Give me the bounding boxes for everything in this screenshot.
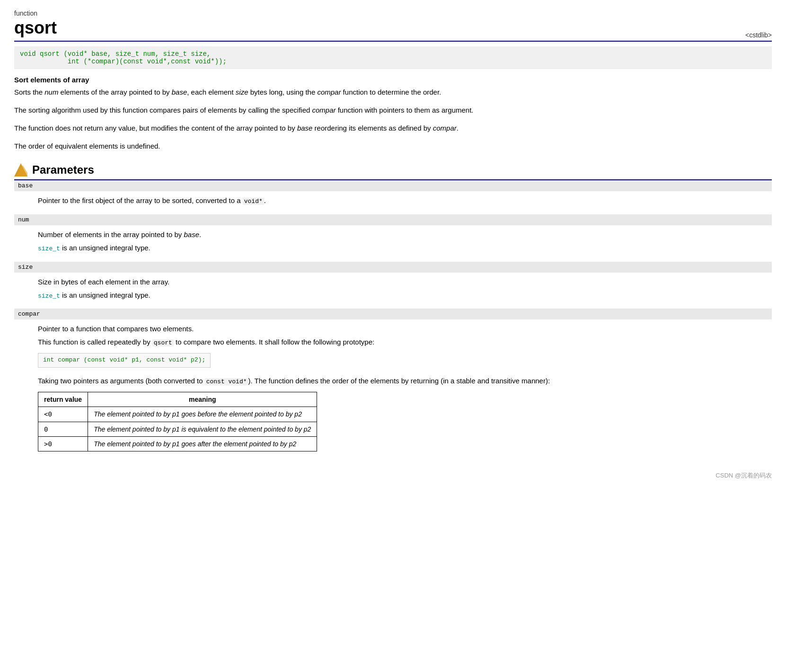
param-row-base-desc: Pointer to the first object of the array… xyxy=(14,191,772,214)
watermark: CSDN @沉着的码农 xyxy=(14,471,772,480)
return-value-lt: <0 xyxy=(38,407,88,422)
param-desc-num: Number of elements in the array pointed … xyxy=(14,225,772,262)
return-value-table: return value meaning <0 The element poin… xyxy=(38,392,317,452)
para-2: The sorting algorithm used by this funct… xyxy=(14,105,772,116)
param-name-size: size xyxy=(14,262,772,273)
return-value-eq: 0 xyxy=(38,422,88,436)
param-desc-size: Size in bytes of each element in the arr… xyxy=(14,273,772,309)
param-row-compar-name: compar xyxy=(14,309,772,319)
parameters-section-header: Parameters xyxy=(14,163,772,180)
return-table-row-lt: <0 The element pointed to by p1 goes bef… xyxy=(38,407,317,422)
parameters-title: Parameters xyxy=(32,163,94,177)
para-3: The function does not return any value, … xyxy=(14,123,772,134)
sort-subtitle: Sort elements of array xyxy=(14,76,772,84)
param-desc-compar: Pointer to a function that compares two … xyxy=(14,319,772,457)
function-signature: void qsort (void* base, size_t num, size… xyxy=(14,46,772,69)
param-row-num-desc: Number of elements in the array pointed … xyxy=(14,225,772,262)
parameters-table: base Pointer to the first object of the … xyxy=(14,180,772,457)
param-row-compar-desc: Pointer to a function that compares two … xyxy=(14,319,772,457)
return-meaning-gt: The element pointed to by p1 goes after … xyxy=(88,436,317,451)
cstdlib-label: <cstdlib> xyxy=(745,31,772,39)
param-name-compar: compar xyxy=(14,309,772,319)
return-value-gt: >0 xyxy=(38,436,88,451)
param-row-base-name: base xyxy=(14,180,772,191)
return-table-row-eq: 0 The element pointed to by p1 is equiva… xyxy=(38,422,317,436)
param-name-num: num xyxy=(14,214,772,225)
param-desc-base: Pointer to the first object of the array… xyxy=(14,191,772,214)
parameters-icon xyxy=(14,163,27,177)
param-row-size-name: size xyxy=(14,262,772,273)
function-label: function xyxy=(14,9,57,17)
page-title: qsort xyxy=(14,18,57,38)
return-table-header-meaning: meaning xyxy=(88,392,317,407)
param-row-num-name: num xyxy=(14,214,772,225)
param-row-size-desc: Size in bytes of each element in the arr… xyxy=(14,273,772,309)
return-table-row-gt: >0 The element pointed to by p1 goes aft… xyxy=(38,436,317,451)
compar-prototype: int compar (const void* p1, const void* … xyxy=(38,353,211,368)
return-table-header-value: return value xyxy=(38,392,88,407)
return-meaning-eq: The element pointed to by p1 is equivale… xyxy=(88,422,317,436)
param-name-base: base xyxy=(14,180,772,191)
para-4: The order of equivalent elements is unde… xyxy=(14,141,772,152)
page-header: function qsort <cstdlib> xyxy=(14,9,772,42)
para-1: Sorts the num elements of the array poin… xyxy=(14,87,772,98)
return-meaning-lt: The element pointed to by p1 goes before… xyxy=(88,407,317,422)
